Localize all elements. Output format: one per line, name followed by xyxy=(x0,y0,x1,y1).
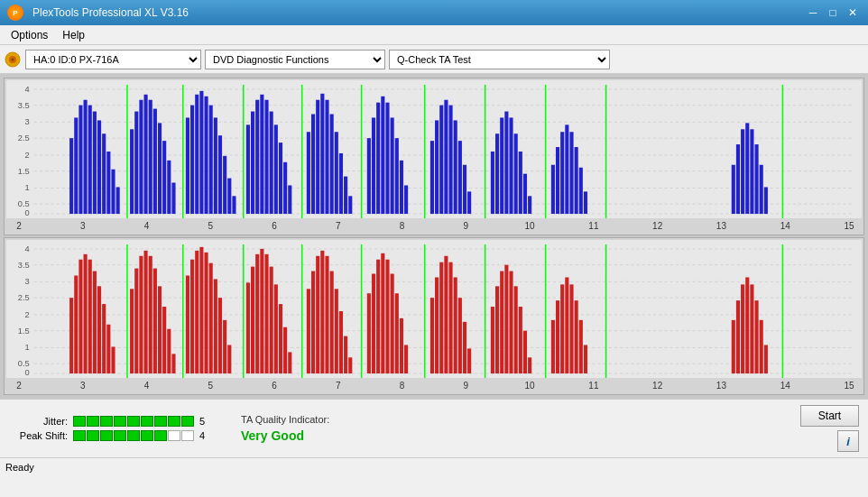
svg-rect-219 xyxy=(467,348,471,373)
bottom-panel: Jitter: 5 Peak Shift: xyxy=(0,399,868,457)
svg-rect-212 xyxy=(435,277,439,373)
menu-help[interactable]: Help xyxy=(55,27,92,43)
svg-rect-61 xyxy=(264,100,268,214)
svg-rect-148 xyxy=(78,260,82,373)
maximize-button[interactable]: □ xyxy=(825,5,841,20)
svg-rect-81 xyxy=(376,103,380,214)
svg-rect-112 xyxy=(565,124,568,214)
svg-rect-237 xyxy=(579,320,583,373)
x-label: 5 xyxy=(201,381,219,391)
svg-rect-105 xyxy=(519,152,522,214)
x-label: 12 xyxy=(649,221,667,231)
svg-rect-121 xyxy=(745,123,749,214)
svg-rect-59 xyxy=(255,100,259,214)
svg-rect-46 xyxy=(190,106,194,214)
minimize-button[interactable]: ─ xyxy=(805,5,821,20)
svg-text:0.5: 0.5 xyxy=(18,359,30,368)
info-button[interactable]: i xyxy=(837,430,859,452)
svg-rect-165 xyxy=(167,329,171,373)
svg-rect-246 xyxy=(760,320,763,373)
svg-rect-122 xyxy=(750,129,753,214)
menu-options[interactable]: Options xyxy=(4,27,55,43)
svg-rect-92 xyxy=(444,100,448,214)
svg-rect-40 xyxy=(158,123,162,214)
svg-rect-80 xyxy=(372,117,375,214)
svg-rect-187 xyxy=(283,327,287,373)
svg-rect-236 xyxy=(575,300,578,373)
svg-rect-77 xyxy=(348,196,352,214)
jitter-label: Jitter: xyxy=(9,416,68,427)
svg-text:2: 2 xyxy=(25,151,30,160)
svg-rect-79 xyxy=(367,138,371,214)
svg-rect-153 xyxy=(102,304,106,373)
svg-text:0.5: 0.5 xyxy=(18,199,30,208)
svg-rect-154 xyxy=(106,325,110,373)
svg-text:1.5: 1.5 xyxy=(18,167,30,176)
svg-rect-57 xyxy=(246,124,250,214)
jitter-bar-3 xyxy=(100,416,113,427)
peak-shift-row: Peak Shift: 4 xyxy=(9,430,214,441)
svg-point-2 xyxy=(12,58,14,60)
ta-quality-label: TA Quality Indicator: xyxy=(241,414,329,425)
svg-rect-234 xyxy=(565,277,568,373)
svg-rect-221 xyxy=(491,307,494,373)
svg-rect-109 xyxy=(551,165,555,214)
svg-rect-107 xyxy=(528,196,531,214)
x-label: 13 xyxy=(712,381,730,391)
x-label: 2 xyxy=(10,381,28,391)
svg-rect-70 xyxy=(316,100,319,214)
svg-rect-174 xyxy=(214,279,217,373)
x-label: 5 xyxy=(201,221,219,231)
x-label: 6 xyxy=(265,221,283,231)
peak-shift-bars xyxy=(73,430,194,441)
svg-rect-168 xyxy=(186,275,189,373)
svg-rect-99 xyxy=(491,152,494,214)
svg-rect-182 xyxy=(260,249,263,373)
svg-text:1: 1 xyxy=(25,184,30,193)
svg-rect-64 xyxy=(279,143,282,214)
svg-rect-160 xyxy=(144,251,148,373)
svg-rect-177 xyxy=(227,345,231,373)
x-label: 7 xyxy=(329,221,347,231)
svg-rect-233 xyxy=(560,284,564,373)
close-button[interactable]: ✕ xyxy=(845,5,861,20)
svg-rect-211 xyxy=(430,298,434,373)
svg-rect-241 xyxy=(736,300,740,373)
svg-rect-173 xyxy=(209,263,213,373)
svg-rect-119 xyxy=(736,144,740,214)
svg-rect-68 xyxy=(307,132,310,214)
x-label: 10 xyxy=(521,221,539,231)
svg-rect-87 xyxy=(404,185,408,214)
top-chart-inner: 4 3.5 3 2.5 2 1.5 1 0.5 0 xyxy=(6,80,862,218)
title-bar: P PlexTools Professional XL V3.16 ─ □ ✕ xyxy=(0,0,868,25)
svg-rect-196 xyxy=(335,289,338,373)
svg-rect-166 xyxy=(171,354,175,373)
title-text: PlexTools Professional XL V3.16 xyxy=(32,6,189,19)
svg-rect-35 xyxy=(134,112,138,215)
svg-rect-162 xyxy=(153,269,157,373)
x-label: 11 xyxy=(585,381,603,391)
jitter-bar-8 xyxy=(168,416,180,427)
svg-rect-190 xyxy=(307,289,310,373)
svg-rect-172 xyxy=(204,253,208,373)
svg-rect-37 xyxy=(144,95,148,214)
svg-text:1.5: 1.5 xyxy=(18,327,30,336)
svg-rect-186 xyxy=(279,304,282,373)
svg-rect-179 xyxy=(246,282,250,373)
svg-rect-225 xyxy=(509,272,512,374)
svg-rect-31 xyxy=(111,170,115,214)
x-label: 8 xyxy=(393,381,411,391)
test-select[interactable]: Q-Check TA Test xyxy=(389,50,610,69)
drive-select[interactable]: HA:0 ID:0 PX-716A xyxy=(25,50,201,69)
svg-rect-75 xyxy=(339,153,343,214)
svg-rect-90 xyxy=(435,120,439,214)
svg-rect-43 xyxy=(171,183,175,215)
jitter-row: Jitter: 5 xyxy=(9,416,214,427)
svg-rect-84 xyxy=(391,117,394,214)
function-select[interactable]: DVD Diagnostic Functions xyxy=(205,50,385,69)
start-button[interactable]: Start xyxy=(800,405,859,427)
svg-rect-214 xyxy=(444,256,448,373)
svg-rect-175 xyxy=(218,298,222,373)
svg-text:4: 4 xyxy=(25,85,30,94)
svg-rect-150 xyxy=(88,260,92,373)
